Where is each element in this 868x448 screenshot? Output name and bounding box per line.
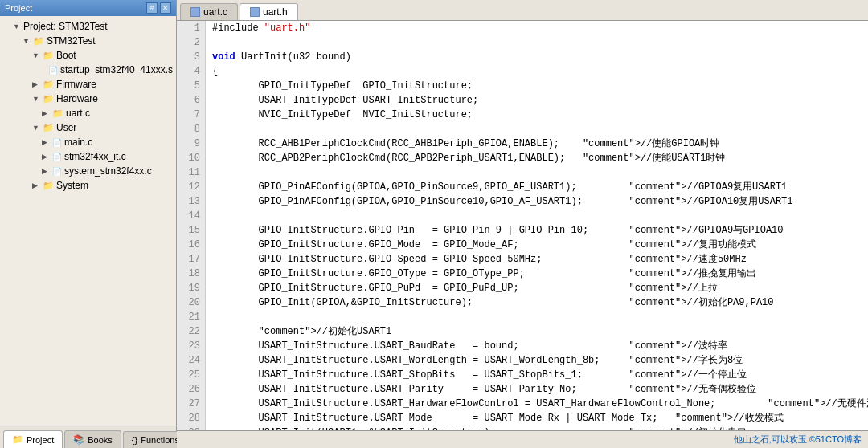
folder-icon: 📁	[43, 181, 54, 191]
code-line: GPIO_InitStructure.GPIO_OType = GPIO_OTy…	[212, 267, 862, 281]
hardware-label: Hardware	[56, 93, 98, 104]
code-line: GPIO_PinAFConfig(GPIOA,GPIO_PinSource10,…	[212, 194, 862, 209]
line-number: 25	[182, 368, 200, 382]
user-folder-item[interactable]: ▼ 📁 User	[0, 120, 176, 135]
line-number: 6	[182, 93, 200, 108]
code-line: GPIO_InitStructure.GPIO_PuPd = GPIO_PuPd…	[212, 281, 862, 295]
float-button[interactable]: #	[146, 2, 158, 14]
project-bottom-tab[interactable]: 📁 Project	[3, 430, 63, 448]
file-icon: 📄	[52, 138, 62, 147]
code-line: USART_InitStructure.USART_BaudRate = bou…	[212, 339, 862, 353]
right-panel: uart.c uart.h 12345678910111213141516171…	[177, 0, 868, 448]
panel-buttons: # ✕	[146, 2, 171, 14]
project-tab-icon: 📁	[12, 434, 23, 445]
boot-label: Boot	[56, 50, 76, 61]
startup-file-label: startup_stm32f40_41xxx.s	[60, 64, 173, 75]
line-number: 10	[182, 151, 200, 165]
line-number: 1	[182, 21, 200, 35]
line-number: 21	[182, 310, 200, 324]
code-line: RCC_AHB1PeriphClockCmd(RCC_AHB1Periph_GP…	[212, 136, 862, 151]
file-icon: 📄	[48, 66, 58, 75]
code-line	[212, 165, 862, 180]
expand-icon: ▶	[32, 181, 40, 189]
uart-c-folder-item[interactable]: ▶ 📁 uart.c	[0, 106, 176, 120]
hardware-folder-item[interactable]: ▼ 📁 Hardware	[0, 92, 176, 106]
line-number: 19	[182, 281, 200, 295]
close-button[interactable]: ✕	[160, 2, 171, 14]
line-number: 8	[182, 122, 200, 136]
code-line: USART_InitStructure.USART_StopBits = USA…	[212, 368, 862, 382]
code-editor[interactable]: 1234567891011121314151617181920212223242…	[177, 21, 868, 430]
line-number: 9	[182, 136, 200, 151]
status-bar: 他山之石,可以攻玉 ©51CTO博客	[177, 430, 868, 448]
boot-folder-item[interactable]: ▼ 📁 Boot	[0, 48, 176, 63]
code-line	[212, 35, 862, 50]
code-line: USART_InitTypeDef USART_InitStructure;	[212, 93, 862, 108]
uart-h-tab[interactable]: uart.h	[240, 3, 298, 20]
line-number: 15	[182, 223, 200, 238]
uart-c-tab[interactable]: uart.c	[180, 3, 238, 20]
line-number: 27	[182, 397, 200, 411]
line-number: 28	[182, 411, 200, 426]
line-number: 3	[182, 50, 200, 64]
books-tab-label: Books	[88, 435, 113, 445]
startup-file-item[interactable]: 📄 startup_stm32f40_41xxx.s	[0, 63, 176, 77]
main-c-label: main.c	[64, 136, 92, 148]
code-line: USART_InitStructure.USART_Parity = USART…	[212, 382, 862, 397]
project-root-item[interactable]: ▼ Project: STM32Test	[0, 19, 176, 34]
folder-icon: 📁	[43, 123, 54, 133]
folder-icon: 📁	[33, 36, 44, 47]
line-number: 24	[182, 353, 200, 368]
expand-icon: ▼	[32, 51, 40, 59]
stm32f4xx-it-item[interactable]: ▶ 📄 stm32f4xx_it.c	[0, 149, 176, 164]
main-c-item[interactable]: ▶ 📄 main.c	[0, 135, 176, 149]
code-line: RCC_APB2PeriphClockCmd(RCC_APB2Periph_US…	[212, 151, 862, 165]
line-number: 23	[182, 339, 200, 353]
code-line	[212, 209, 862, 223]
line-number: 18	[182, 267, 200, 281]
expand-icon: ▶	[42, 109, 50, 117]
functions-tab-icon: {}	[132, 435, 137, 445]
code-tab-bar: uart.c uart.h	[177, 0, 868, 21]
code-content[interactable]: #include "uart.h" void UartInit(u32 boun…	[206, 21, 868, 430]
tab-icon	[190, 7, 200, 17]
code-line: NVIC_InitTypeDef NVIC_InitStructure;	[212, 108, 862, 122]
expand-icon: ▼	[23, 37, 31, 45]
code-line: GPIO_InitStructure.GPIO_Pin = GPIO_Pin_9…	[212, 223, 862, 238]
code-line: "comment">//初始化USART1	[212, 324, 862, 339]
folder-icon: 📁	[52, 108, 63, 119]
system-file-item[interactable]: ▶ 📄 system_stm32f4xx.c	[0, 164, 176, 178]
line-number: 20	[182, 295, 200, 310]
stm32test-item[interactable]: ▼ 📁 STM32Test	[0, 34, 176, 48]
firmware-folder-item[interactable]: ▶ 📁 Firmware	[0, 77, 176, 92]
code-line: {	[212, 64, 862, 79]
folder-icon: 📁	[43, 94, 54, 104]
tab-icon	[250, 7, 260, 17]
panel-title: Project	[5, 3, 32, 13]
folder-icon: 📁	[43, 79, 54, 90]
folder-icon: 📁	[43, 51, 54, 61]
stm32f4xx-it-label: stm32f4xx_it.c	[64, 151, 126, 162]
books-bottom-tab[interactable]: 📚 Books	[64, 430, 121, 448]
expand-icon: ▶	[42, 153, 50, 161]
code-line: #include "uart.h"	[212, 21, 862, 35]
uart-c-tab-label: uart.c	[203, 6, 227, 18]
line-number: 2	[182, 35, 200, 50]
line-number: 14	[182, 209, 200, 223]
functions-tab-label: Functions	[141, 435, 179, 445]
line-number: 13	[182, 194, 200, 209]
panel-titlebar: Project # ✕	[0, 0, 176, 16]
expand-icon: ▼	[32, 95, 40, 103]
project-root-label: Project: STM32Test	[23, 21, 108, 32]
line-number: 4	[182, 64, 200, 79]
system-folder-item[interactable]: ▶ 📁 System	[0, 178, 176, 193]
bottom-tabbar: 📁 Project 📚 Books {} Functions 🗋 Templat…	[0, 426, 176, 448]
line-number: 12	[182, 180, 200, 194]
line-number: 17	[182, 252, 200, 267]
status-right: 他山之石,可以攻玉 ©51CTO博客	[734, 434, 862, 446]
expand-icon: ▶	[42, 167, 50, 175]
code-line: void UartInit(u32 bound)	[212, 50, 862, 64]
firmware-label: Firmware	[56, 79, 96, 90]
line-numbers: 1234567891011121314151617181920212223242…	[177, 21, 206, 430]
code-line: GPIO_PinAFConfig(GPIOA,GPIO_PinSource9,G…	[212, 180, 862, 194]
